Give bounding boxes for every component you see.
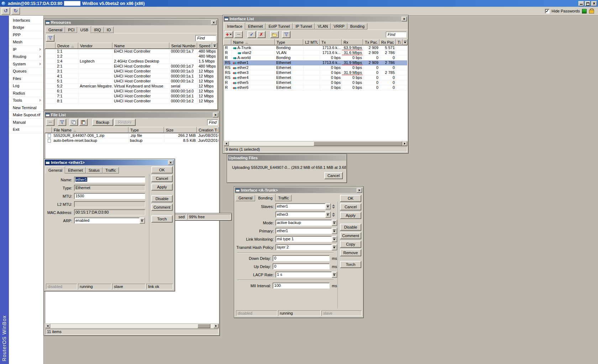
resources-title-bar[interactable]: Resources × — [45, 20, 217, 25]
table-row[interactable]: 4:1UHCI Host Controller0000:00:1a.112 Mb… — [45, 74, 217, 79]
tab-vlan[interactable]: VLAN — [315, 23, 331, 30]
tab-interface[interactable]: Interface — [224, 22, 245, 30]
tab-bonding[interactable]: Bonding — [347, 23, 367, 30]
restore-button[interactable] — [585, 1, 591, 6]
disable-button[interactable]: Disable — [340, 224, 361, 231]
tab-vrrp[interactable]: VRRP — [331, 23, 347, 30]
scroll-left-icon[interactable] — [224, 141, 229, 146]
column-header-name[interactable]: Name — [231, 39, 275, 45]
column-header-tx[interactable]: Tx — [320, 39, 342, 45]
horizontal-scrollbar[interactable] — [45, 323, 219, 328]
table-row-ether5[interactable]: Rether5Ethernet0 bps0 bps00 — [224, 80, 407, 85]
dropdown-icon[interactable] — [325, 203, 331, 209]
sidebar-item-queues[interactable]: Queues — [9, 68, 43, 75]
hide-passwords-checkbox[interactable]: ✓ — [545, 9, 550, 14]
tab-eoip-tunnel[interactable]: EoIP Tunnel — [266, 23, 293, 30]
slave1-combo[interactable]: ether1 — [276, 203, 325, 209]
table-row-ether2[interactable]: RSether2Ethernet0 bps0 bps00 — [224, 65, 407, 70]
mode-combo[interactable]: active backup — [276, 220, 332, 226]
mii-interval-input[interactable]: 100 — [273, 283, 330, 289]
minimize-button[interactable] — [578, 1, 584, 6]
lacp-rate-combo[interactable]: 1 s — [276, 272, 332, 278]
column-header-tx-pac[interactable]: Tx Pac... — [363, 39, 379, 45]
up-delay-input[interactable]: 0 — [273, 263, 330, 269]
cancel-button[interactable]: Cancel — [340, 203, 361, 210]
table-row-vlan2[interactable]: Rvlan2VLAN1713.6 k...31.6 Mbps2 9092 786 — [224, 50, 407, 55]
table-row[interactable]: 1:2480 Mbps — [45, 54, 217, 59]
disable-button[interactable]: Disable — [151, 195, 173, 202]
close-button[interactable] — [591, 1, 597, 6]
column-header-name[interactable]: Name — [112, 43, 169, 49]
backup-button[interactable]: Backup — [92, 119, 113, 126]
ok-button[interactable]: OK — [340, 195, 361, 202]
table-row-a-world[interactable]: RA-worldBonding0 bps0 bps00 — [224, 55, 407, 60]
close-icon[interactable]: × — [357, 188, 362, 193]
sidebar-item-exit[interactable]: Exit — [9, 126, 43, 134]
add-button[interactable]: + — [225, 31, 233, 38]
mtu-input[interactable]: 1500 — [74, 193, 145, 199]
sidebar-item-mesh[interactable]: Mesh — [9, 39, 43, 46]
interface-list-title-bar[interactable]: Interface List × — [224, 16, 408, 22]
table-row-ether1[interactable]: RSether1Ethernet1713.6 k...31.9 Mbps2 90… — [224, 60, 407, 65]
link-monitoring-combo[interactable]: mii type 1 — [276, 236, 332, 242]
sidebar-item-make-supout-rif[interactable]: Make Supout.rif — [9, 112, 43, 119]
remove-button[interactable]: Remove — [340, 249, 361, 256]
column-header-rx-pac[interactable]: Rx Pac... — [379, 39, 396, 45]
tab-io[interactable]: IO — [104, 27, 114, 33]
sidebar-item-routing[interactable]: Routing — [9, 53, 43, 61]
reorder-arrows[interactable] — [332, 213, 335, 217]
sidebar-item-manual[interactable]: Manual — [9, 119, 43, 126]
hash-policy-combo[interactable]: layer 2 — [276, 244, 332, 250]
tab-irq[interactable]: IRQ — [91, 27, 104, 33]
cancel-button[interactable]: Cancel — [324, 172, 343, 179]
filter-button[interactable] — [46, 34, 54, 42]
column-header-l2-mtu[interactable]: L2 MTU — [303, 39, 320, 45]
name-input[interactable]: ether1 — [74, 177, 145, 183]
comment-button[interactable] — [270, 31, 279, 38]
column-header-flags[interactable] — [45, 127, 52, 133]
redo-button[interactable]: ↻ — [11, 7, 20, 15]
ether1-title-bar[interactable]: Interface <ether1> × — [45, 160, 174, 165]
dropdown-icon[interactable] — [332, 272, 337, 278]
remove-button[interactable] — [46, 119, 54, 126]
cancel-button[interactable]: Cancel — [151, 175, 173, 182]
sidebar-item-new-terminal[interactable]: New Terminal — [9, 104, 43, 112]
tab-general[interactable]: General — [46, 27, 65, 33]
tab-ethernet[interactable]: Ethernet — [245, 23, 266, 30]
sidebar-item-ip[interactable]: IP — [9, 46, 43, 53]
column-header-creation-time[interactable]: Creation Time — [197, 127, 219, 133]
column-header-size[interactable]: Size — [164, 127, 197, 133]
scroll-thumb[interactable] — [314, 141, 402, 146]
tab-general[interactable]: General — [46, 166, 65, 174]
dropdown-icon[interactable] — [332, 220, 337, 226]
tab-usb[interactable]: USB — [77, 26, 91, 33]
sidebar-item-files[interactable]: Files — [9, 75, 43, 82]
close-icon[interactable]: × — [213, 113, 218, 117]
table-row-s5520ur-e44907-006-1-zip[interactable]: S5520UR_E44907-006_1.zip.zip file266.2 M… — [45, 133, 219, 138]
down-delay-input[interactable]: 0 — [273, 255, 330, 261]
filter-button[interactable] — [58, 119, 66, 126]
arp-combo[interactable]: enabled — [74, 218, 140, 224]
sidebar-item-log[interactable]: Log — [9, 82, 43, 90]
column-header-device[interactable]: Device — [56, 43, 78, 49]
find-input[interactable]: Find — [195, 35, 216, 41]
sidebar-item-ppp[interactable]: PPP — [9, 31, 43, 39]
remove-button[interactable] — [234, 31, 243, 38]
find-input[interactable]: Find — [386, 32, 406, 38]
table-row[interactable]: 1:1EHCI Host Controller0000:00:1a.7480 M… — [45, 49, 217, 54]
scroll-left-icon[interactable] — [45, 324, 50, 328]
column-select-button[interactable] — [212, 43, 217, 49]
tab-general[interactable]: General — [236, 195, 255, 201]
table-row[interactable]: 5:2American Megatre...Virtual Keyboard a… — [45, 84, 217, 89]
undo-button[interactable]: ↺ — [1, 7, 10, 15]
tab-ethernet[interactable]: Ethernet — [65, 167, 86, 173]
table-row-ether3[interactable]: RSether3Ethernet0 bps31.9 Mbps02 785 — [224, 70, 407, 75]
close-icon[interactable]: × — [168, 160, 173, 165]
column-header-type[interactable]: Type — [128, 127, 164, 133]
table-row[interactable]: 3:1UHCI Host Controller0000:00:1a.012 Mb… — [45, 69, 217, 74]
horizontal-scrollbar[interactable] — [224, 141, 408, 146]
file-list-title-bar[interactable]: File List × — [45, 112, 219, 118]
atrunk-title-bar[interactable]: Interface <A-Trunk> × — [235, 187, 363, 193]
column-header-vendor[interactable]: Vendor — [78, 43, 112, 49]
tab-traffic[interactable]: Traffic — [103, 167, 119, 173]
